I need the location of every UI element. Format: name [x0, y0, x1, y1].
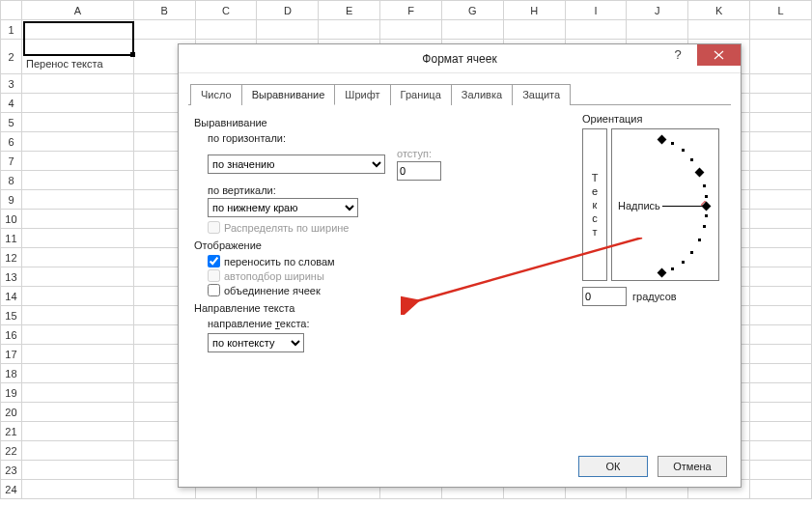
- cell[interactable]: [319, 20, 380, 40]
- cell[interactable]: [21, 480, 133, 499]
- row-header[interactable]: 24: [1, 480, 22, 499]
- cell[interactable]: [21, 441, 133, 461]
- row-header[interactable]: 20: [1, 403, 22, 422]
- cell[interactable]: [750, 383, 812, 403]
- cell[interactable]: [21, 94, 133, 113]
- cell[interactable]: [750, 132, 812, 152]
- vertical-select[interactable]: по нижнему краю: [208, 198, 358, 217]
- cell[interactable]: [21, 248, 133, 267]
- horizontal-select[interactable]: по значению: [208, 155, 385, 174]
- col-header[interactable]: K: [688, 1, 750, 20]
- tab-fill[interactable]: Заливка: [452, 84, 513, 105]
- row-header[interactable]: 18: [1, 364, 22, 383]
- cell[interactable]: [21, 171, 133, 190]
- dialog-titlebar[interactable]: Формат ячеек ?: [179, 44, 741, 73]
- select-all-corner[interactable]: [1, 1, 22, 20]
- row-header[interactable]: 17: [1, 345, 22, 364]
- row-header[interactable]: 6: [1, 132, 22, 152]
- help-button[interactable]: ?: [661, 44, 694, 66]
- row-header[interactable]: 23: [1, 461, 22, 480]
- cell[interactable]: [133, 20, 195, 40]
- tab-protection[interactable]: Защита: [513, 84, 571, 105]
- cell[interactable]: [21, 132, 133, 152]
- ok-button[interactable]: ОК: [578, 456, 648, 477]
- col-header[interactable]: H: [503, 1, 565, 20]
- cell[interactable]: [750, 403, 812, 422]
- cell[interactable]: [21, 364, 133, 383]
- cell[interactable]: [750, 171, 812, 190]
- cell[interactable]: [21, 190, 133, 210]
- cell[interactable]: [21, 113, 133, 132]
- cell[interactable]: [21, 325, 133, 345]
- row-header[interactable]: 14: [1, 287, 22, 306]
- cell[interactable]: [503, 20, 565, 40]
- cell[interactable]: [195, 20, 257, 40]
- cell[interactable]: [750, 190, 812, 210]
- col-header[interactable]: F: [380, 1, 442, 20]
- cell[interactable]: [21, 345, 133, 364]
- vertical-text-toggle[interactable]: Т е к с т: [582, 128, 607, 281]
- close-button[interactable]: [697, 44, 741, 66]
- tab-alignment[interactable]: Выравнивание: [242, 84, 336, 105]
- cell[interactable]: [380, 20, 442, 40]
- cell[interactable]: [750, 248, 812, 267]
- cell[interactable]: [688, 20, 750, 40]
- cell[interactable]: [21, 20, 133, 40]
- row-header[interactable]: 13: [1, 267, 22, 287]
- cell[interactable]: [750, 40, 812, 74]
- cell[interactable]: [21, 152, 133, 171]
- cell[interactable]: [750, 229, 812, 248]
- row-header[interactable]: 19: [1, 383, 22, 403]
- row-header[interactable]: 16: [1, 325, 22, 345]
- tab-number[interactable]: Число: [190, 84, 242, 105]
- cell[interactable]: [750, 152, 812, 171]
- indent-spinner[interactable]: [397, 161, 441, 181]
- cell[interactable]: [750, 480, 812, 499]
- col-header[interactable]: J: [627, 1, 688, 20]
- tab-border[interactable]: Граница: [391, 84, 452, 105]
- row-header[interactable]: 8: [1, 171, 22, 190]
- cell[interactable]: [441, 20, 503, 40]
- cell[interactable]: [750, 210, 812, 229]
- cell[interactable]: [21, 210, 133, 229]
- cell[interactable]: [21, 461, 133, 480]
- col-header[interactable]: E: [319, 1, 380, 20]
- row-header[interactable]: 12: [1, 248, 22, 267]
- cell[interactable]: [21, 287, 133, 306]
- text-direction-select[interactable]: по контексту: [208, 333, 304, 352]
- col-header[interactable]: G: [441, 1, 503, 20]
- row-header[interactable]: 5: [1, 113, 22, 132]
- row-header[interactable]: 7: [1, 152, 22, 171]
- cell[interactable]: [21, 267, 133, 287]
- col-header[interactable]: L: [750, 1, 812, 20]
- cell[interactable]: [565, 20, 627, 40]
- col-header[interactable]: A: [21, 1, 133, 20]
- cell[interactable]: [750, 306, 812, 325]
- row-header[interactable]: 22: [1, 441, 22, 461]
- cell[interactable]: [257, 20, 319, 40]
- row-header[interactable]: 9: [1, 190, 22, 210]
- tab-font[interactable]: Шрифт: [335, 84, 390, 105]
- cell[interactable]: [750, 364, 812, 383]
- degrees-spinner[interactable]: [582, 287, 627, 306]
- cell[interactable]: [21, 74, 133, 94]
- cell[interactable]: [627, 20, 688, 40]
- cell[interactable]: [750, 267, 812, 287]
- orientation-dial[interactable]: Надпись: [611, 128, 719, 281]
- col-header[interactable]: C: [195, 1, 257, 20]
- cell[interactable]: Перенос текстапо строкам: [21, 40, 133, 74]
- cell[interactable]: [750, 325, 812, 345]
- cell[interactable]: [21, 383, 133, 403]
- row-header[interactable]: 1: [1, 20, 22, 40]
- cell[interactable]: [750, 113, 812, 132]
- cell[interactable]: [750, 441, 812, 461]
- row-header[interactable]: 21: [1, 422, 22, 441]
- cell[interactable]: [750, 20, 812, 40]
- cell[interactable]: [750, 422, 812, 441]
- row-header[interactable]: 10: [1, 210, 22, 229]
- cell[interactable]: [750, 94, 812, 113]
- cell[interactable]: [750, 74, 812, 94]
- wrap-text-checkbox[interactable]: [208, 255, 220, 267]
- row-header[interactable]: 3: [1, 74, 22, 94]
- cell[interactable]: [21, 422, 133, 441]
